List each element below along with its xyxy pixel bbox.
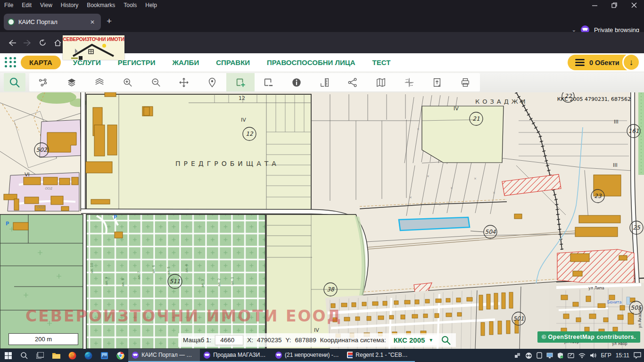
taskbar-task-regent[interactable]: Regent 2.1 - "СЕВЕРО... [343,349,415,362]
back-button[interactable] [5,36,20,50]
watermark: СЕВЕРОИЗТОЧНИ ИМОТИ ЕООД [25,307,342,325]
nav-item-pravosposobni[interactable]: ПРАВОСПОСОБНИ ЛИЦА [267,58,355,66]
tab-close-icon[interactable]: ✕ [88,18,97,26]
location-pin-tool[interactable] [198,73,226,91]
export-page-tool[interactable] [423,73,452,91]
tray-wifi-icon[interactable] [578,353,586,358]
coordinate-search-icon[interactable] [441,335,451,346]
menu-edit[interactable]: Edit [17,2,36,8]
search-tool-button[interactable] [4,73,25,91]
window-minimize-button[interactable] [585,0,604,10]
crs-dropdown-arrow-icon[interactable]: ▼ [429,337,433,343]
svg-text:×: × [417,127,420,131]
zoom-out-tool[interactable] [142,73,170,91]
menu-tools[interactable]: Tools [119,2,141,8]
nav-item-spravki[interactable]: СПРАВКИ [216,58,250,66]
forward-button[interactable] [20,36,35,50]
svg-text:×: × [409,196,412,199]
vertex-edit-tool[interactable] [29,73,58,91]
map-book-tool[interactable] [367,73,395,91]
menu-history[interactable]: History [57,2,83,8]
tray-cubes-icon[interactable] [514,353,521,358]
windows-taskbar: КАИС Портал — Mo... Продава МАГАЗИН ... … [0,349,644,362]
objects-download-button[interactable]: ↓ [622,53,640,71]
window-close-button[interactable] [624,0,644,10]
parking-mark-1: P [114,214,117,220]
label-vi: VI [25,172,30,178]
menu-bookmarks[interactable]: Bookmarks [83,2,119,8]
start-button[interactable] [0,349,16,362]
menu-file[interactable]: File [0,2,17,8]
firefox-icon[interactable] [64,349,80,362]
pan-tool[interactable] [170,73,198,91]
label-iv-2: IV [454,106,459,112]
predgrobishta-parcel [86,94,311,210]
taskbar-task-mail[interactable]: (21 непрочетени) - A... [272,349,343,362]
apps-grid-icon[interactable] [5,57,17,68]
x-value: 4790235 [257,337,282,344]
chrome-icon[interactable] [112,349,128,362]
measure-tool[interactable] [311,73,339,91]
svg-text:×: × [427,174,429,178]
circle-161: 161 [628,128,639,134]
circle-21: 21 [472,115,479,122]
taskbar-task-kais[interactable]: КАИС Портал — Mo... [128,349,200,362]
kozadzhi-parcel [422,106,504,163]
parking-mark-2: P [6,221,9,226]
crs-dropdown[interactable]: ККС 2005 ▼ [390,335,437,345]
svg-text:×: × [438,203,441,206]
share-nodes-tool[interactable] [339,73,367,91]
system-tray: БГР 15:11 [514,349,641,362]
select-area-add-tool[interactable] [226,73,255,91]
tray-pen-icon[interactable] [568,353,574,358]
scale-bar: 200 m [8,333,78,345]
nav-item-test[interactable]: ТЕСТ [372,58,391,66]
layers-outline-tool[interactable] [85,73,114,91]
browser-tab[interactable]: КАИС Портал ✕ [4,14,101,30]
agency-logo-house-icon [63,42,124,60]
alley-7: ал. 7 [137,271,141,280]
layers-filled-tool[interactable] [58,73,86,91]
private-window-icon [132,352,139,359]
notification-center-icon[interactable] [634,352,641,359]
tray-remote-icon[interactable] [525,352,532,359]
label-ood-2: ООД [37,206,44,209]
alley-1: ал. 1 [231,277,234,285]
map-toolbar [0,72,644,92]
menu-help[interactable]: Help [141,2,161,8]
taskbar-search-icon[interactable] [16,349,32,362]
edge-icon[interactable] [80,349,96,362]
alley-3: ал. 3 [201,279,205,288]
new-tab-button[interactable]: + [107,16,112,26]
browser-menubar: File Edit View History Bookmarks Tools H… [0,0,644,10]
window-restore-button[interactable] [604,0,624,10]
crs-label: Координатна система: [320,337,386,344]
nav-item-zhalbi[interactable]: ЖАЛБИ [173,58,199,66]
print-tool[interactable] [451,73,479,91]
info-tool[interactable] [282,73,311,91]
photos-app-icon[interactable] [96,349,112,362]
objects-button[interactable]: 0 Обекти ↓ [568,55,639,70]
map-canvas[interactable]: ××× ××× ×× [0,92,644,349]
map-status-bar: Мащаб 1: 4660 X: 4790235 Y: 687889 Коорд… [178,333,456,347]
circle-504: 504 [485,229,496,235]
file-explorer-icon[interactable] [48,349,64,362]
tray-volume-icon[interactable] [590,353,596,358]
circle-12: 12 [246,131,254,137]
nav-item-karta[interactable]: КАРТА [21,56,61,69]
clock[interactable]: 15:11 [616,352,629,359]
coordinate-grid-tool[interactable] [395,73,423,91]
scale-input[interactable]: 4660 [215,335,243,345]
tray-display-icon[interactable] [546,353,553,358]
tray-phone-icon[interactable] [537,352,542,359]
taskbar-task-prodava[interactable]: Продава МАГАЗИН ... [200,349,272,362]
tray-security-icon[interactable] [557,352,563,359]
task-view-icon[interactable] [32,349,48,362]
zoom-in-tool[interactable] [114,73,142,91]
osm-attribution[interactable]: © OpenStreetMap contributors. [537,331,640,343]
menu-view[interactable]: View [36,2,57,8]
select-area-remove-tool[interactable] [255,73,283,91]
alley-9: ал. 9 [105,277,108,285]
reload-button[interactable] [35,36,50,50]
language-indicator[interactable]: БГР [601,352,611,359]
